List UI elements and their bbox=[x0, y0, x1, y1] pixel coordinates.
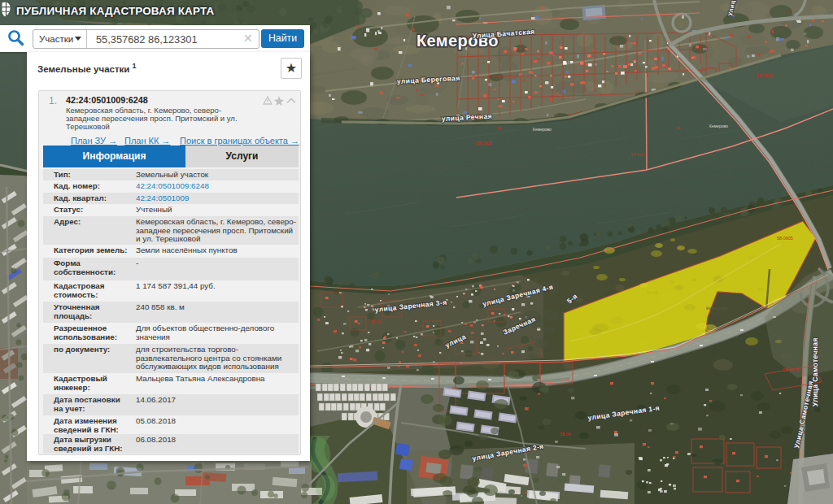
svg-text:58:06: 58:06 bbox=[647, 290, 658, 295]
svg-text:58:06: 58:06 bbox=[370, 319, 382, 324]
svg-text:58:0605: 58:0605 bbox=[783, 367, 799, 372]
svg-text:Кемерово: Кемерово bbox=[533, 127, 552, 132]
svg-text:58: 58 bbox=[691, 277, 696, 282]
svg-text:Улица Самотечная: Улица Самотечная bbox=[811, 337, 819, 406]
svg-text:Кемерово: Кемерово bbox=[709, 124, 728, 128]
svg-text:34: 34 bbox=[496, 126, 501, 131]
svg-text:58:06: 58:06 bbox=[560, 432, 571, 437]
svg-text:58:0605: 58:0605 bbox=[757, 73, 773, 78]
svg-text:34: 34 bbox=[675, 126, 680, 131]
svg-text:58:0605: 58:0605 bbox=[630, 152, 647, 157]
svg-text:58:0605: 58:0605 bbox=[777, 236, 793, 241]
svg-text:58:0605: 58:0605 bbox=[476, 141, 492, 146]
svg-text:Кемерово: Кемерово bbox=[706, 306, 729, 311]
